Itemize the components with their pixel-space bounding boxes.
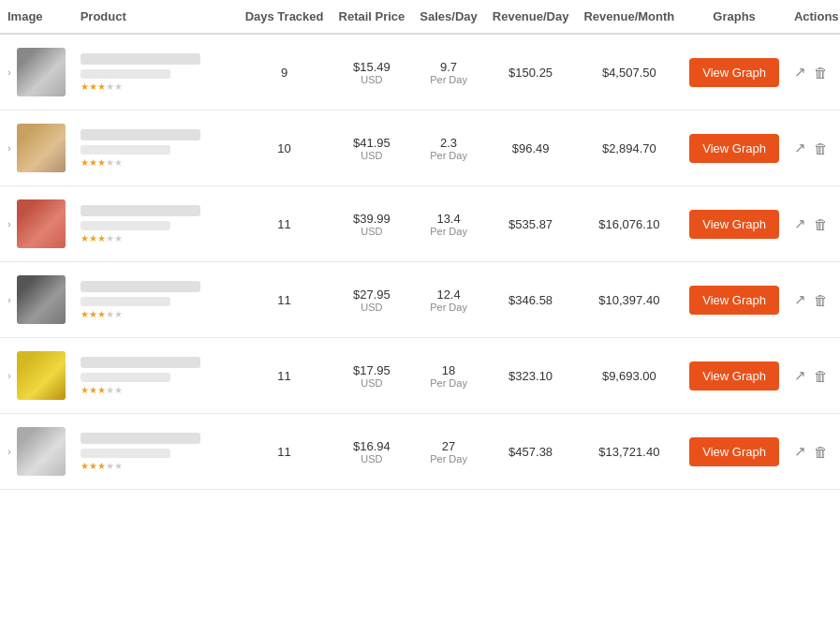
- image-cell-2: ›: [0, 111, 73, 186]
- product-thumbnail-2: [17, 124, 66, 172]
- external-link-icon-6[interactable]: ↗: [794, 443, 806, 460]
- actions-cell-6: ↗ 🗑: [787, 414, 840, 490]
- table-row: › ★★★★★ 11 $17.95 USD 18 Per Day $323: [0, 338, 840, 414]
- product-sub-blurred-1: [81, 69, 170, 79]
- product-thumbnail-4: [17, 275, 66, 324]
- sales-per-day-cell-6: 27 Per Day: [412, 414, 484, 490]
- retail-price-cell-1: $15.49 USD: [332, 34, 413, 111]
- col-header-retail-price: Retail Price: [332, 0, 413, 34]
- graphs-cell-5: View Graph: [682, 338, 787, 414]
- days-tracked-cell-5: 11: [238, 338, 332, 414]
- product-thumbnail-1: [17, 48, 66, 96]
- product-sub-blurred-3: [81, 221, 170, 230]
- delete-icon-6[interactable]: 🗑: [814, 444, 828, 460]
- retail-price-currency-6: USD: [339, 453, 405, 464]
- star-rating-3: ★★★★★: [81, 233, 230, 243]
- product-name-blurred-1: [81, 53, 200, 65]
- sales-amount-2: 2.3: [420, 136, 477, 150]
- retail-price-amount-3: $39.99: [339, 212, 405, 226]
- external-link-icon-3[interactable]: ↗: [794, 215, 806, 232]
- col-header-product: Product: [73, 0, 238, 34]
- image-cell-3: ›: [0, 186, 73, 262]
- products-table: Image Product Days Tracked Retail Price …: [0, 0, 840, 490]
- col-header-revenue-per-day: Revenue/Day: [485, 0, 577, 34]
- product-info-1: ★★★★★: [81, 53, 230, 92]
- product-sub-blurred-5: [81, 373, 170, 382]
- retail-price-cell-5: $17.95 USD: [332, 338, 413, 414]
- days-tracked-cell-6: 11: [238, 414, 332, 490]
- delete-icon-5[interactable]: 🗑: [814, 368, 828, 384]
- retail-price-amount-5: $17.95: [339, 363, 405, 377]
- per-day-label-2: Per Day: [420, 150, 477, 161]
- product-info-3: ★★★★★: [81, 205, 230, 243]
- graphs-cell-1: View Graph: [682, 34, 787, 111]
- actions-cell-4: ↗ 🗑: [787, 262, 840, 338]
- image-cell-5: ›: [0, 338, 73, 414]
- per-day-label-4: Per Day: [420, 302, 477, 313]
- sales-amount-3: 13.4: [420, 212, 477, 226]
- view-graph-button-1[interactable]: View Graph: [689, 58, 779, 87]
- expand-icon-2[interactable]: ›: [7, 142, 11, 154]
- expand-icon-5[interactable]: ›: [7, 370, 11, 381]
- revenue-per-month-cell-4: $10,397.40: [576, 262, 682, 338]
- product-name-blurred-3: [81, 205, 200, 216]
- sales-per-day-cell-4: 12.4 Per Day: [412, 262, 484, 338]
- view-graph-button-4[interactable]: View Graph: [689, 286, 779, 315]
- image-cell-1: ›: [0, 34, 73, 111]
- view-graph-button-2[interactable]: View Graph: [689, 134, 779, 163]
- retail-price-cell-6: $16.94 USD: [332, 414, 413, 490]
- retail-price-amount-6: $16.94: [339, 439, 405, 453]
- view-graph-button-5[interactable]: View Graph: [689, 361, 779, 391]
- product-name-blurred-4: [81, 281, 200, 292]
- retail-price-cell-3: $39.99 USD: [332, 186, 413, 262]
- revenue-per-day-cell-3: $535.87: [485, 186, 577, 262]
- col-header-revenue-per-month: Revenue/Month: [576, 0, 682, 34]
- product-sub-blurred-4: [81, 297, 170, 306]
- product-name-blurred-6: [81, 433, 200, 444]
- delete-icon-1[interactable]: 🗑: [814, 65, 828, 81]
- product-thumbnail-3: [17, 199, 66, 248]
- delete-icon-2[interactable]: 🗑: [814, 140, 828, 156]
- retail-price-amount-4: $27.95: [339, 288, 405, 302]
- external-link-icon-4[interactable]: ↗: [794, 291, 806, 308]
- view-graph-button-3[interactable]: View Graph: [689, 210, 779, 239]
- expand-icon-3[interactable]: ›: [7, 218, 11, 229]
- days-tracked-cell-1: 9: [238, 34, 332, 111]
- external-link-icon-1[interactable]: ↗: [794, 64, 806, 81]
- graphs-cell-4: View Graph: [682, 262, 787, 338]
- delete-icon-3[interactable]: 🗑: [814, 216, 828, 232]
- graphs-cell-6: View Graph: [682, 414, 787, 490]
- graphs-cell-3: View Graph: [682, 186, 787, 262]
- product-thumbnail-6: [17, 427, 66, 476]
- table-row: › ★★★★★ 11 $27.95 USD 12.4 Per Day $3: [0, 262, 840, 338]
- actions-cell-3: ↗ 🗑: [787, 186, 840, 262]
- expand-icon-6[interactable]: ›: [7, 446, 11, 457]
- delete-icon-4[interactable]: 🗑: [814, 292, 828, 308]
- view-graph-button-6[interactable]: View Graph: [689, 437, 779, 466]
- days-tracked-cell-3: 11: [238, 186, 332, 262]
- retail-price-currency-1: USD: [339, 74, 405, 85]
- product-cell-6: ★★★★★: [73, 414, 238, 490]
- days-tracked-cell-2: 10: [238, 111, 332, 186]
- revenue-per-day-cell-2: $96.49: [485, 111, 577, 186]
- expand-icon-1[interactable]: ›: [7, 66, 11, 78]
- product-name-blurred-5: [81, 357, 200, 368]
- expand-icon-4[interactable]: ›: [7, 294, 11, 305]
- external-link-icon-2[interactable]: ↗: [794, 140, 806, 156]
- revenue-per-day-cell-6: $457.38: [485, 414, 577, 490]
- table-row: › ★★★★★ 10 $41.95 USD 2.3 Per Day $96: [0, 111, 840, 186]
- product-cell-2: ★★★★★: [73, 111, 238, 186]
- graphs-cell-2: View Graph: [682, 111, 787, 186]
- per-day-label-1: Per Day: [420, 74, 477, 85]
- col-header-actions: Actions: [787, 0, 840, 34]
- sales-amount-1: 9.7: [420, 60, 477, 74]
- revenue-per-month-cell-1: $4,507.50: [576, 34, 682, 111]
- sales-per-day-cell-1: 9.7 Per Day: [412, 34, 484, 111]
- col-header-graphs: Graphs: [682, 0, 787, 34]
- image-cell-4: ›: [0, 262, 73, 338]
- star-rating-6: ★★★★★: [81, 461, 230, 471]
- external-link-icon-5[interactable]: ↗: [794, 367, 806, 384]
- sales-amount-5: 18: [420, 363, 477, 377]
- sales-per-day-cell-3: 13.4 Per Day: [412, 186, 484, 262]
- retail-price-cell-4: $27.95 USD: [332, 262, 413, 338]
